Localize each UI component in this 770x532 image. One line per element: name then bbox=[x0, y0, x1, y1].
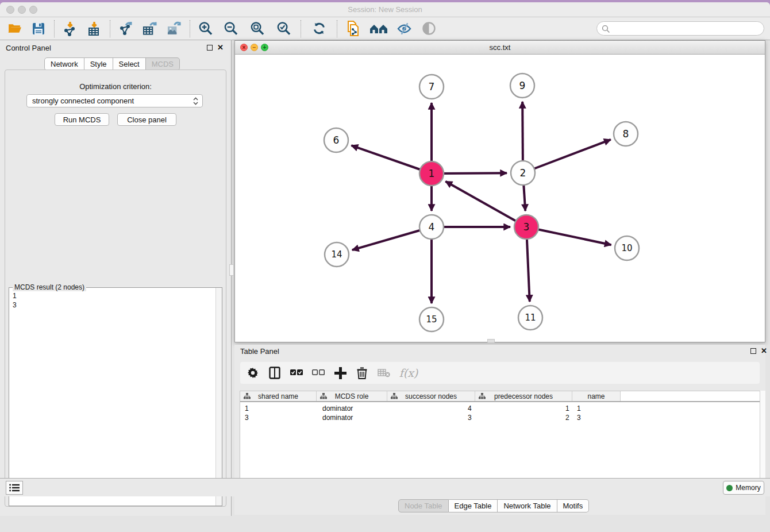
optimization-criterion-value: strongly connected component bbox=[32, 97, 134, 105]
app-title: Session: New Session bbox=[0, 5, 770, 14]
network-window-title-bar[interactable]: × − + scc.txt bbox=[235, 41, 765, 55]
optimization-criterion-select[interactable]: strongly connected component bbox=[26, 94, 203, 107]
graph-node-label-14: 14 bbox=[331, 249, 342, 260]
delete-column-icon[interactable] bbox=[355, 366, 369, 380]
deselect-all-checkboxes-icon[interactable] bbox=[311, 366, 325, 380]
toolbar-separator bbox=[190, 20, 190, 37]
table-scrollbar[interactable] bbox=[760, 391, 765, 492]
graph-node-label-2: 2 bbox=[520, 167, 526, 179]
import-table-icon[interactable] bbox=[87, 21, 102, 36]
graph-node-label-15: 15 bbox=[426, 314, 437, 325]
hide-graphics-details-icon[interactable] bbox=[397, 21, 412, 36]
network-canvas[interactable]: 1234678910111415 bbox=[235, 55, 765, 342]
run-mcds-button[interactable]: Run MCDS bbox=[55, 113, 109, 126]
column-browser-icon[interactable] bbox=[268, 366, 282, 380]
open-session-icon[interactable] bbox=[7, 21, 22, 36]
save-session-icon[interactable] bbox=[31, 21, 46, 36]
search-box bbox=[596, 21, 764, 36]
col-shared-name[interactable]: shared name bbox=[240, 391, 317, 401]
select-all-checkboxes-icon[interactable] bbox=[290, 366, 303, 380]
show-graphics-details-icon[interactable] bbox=[421, 21, 436, 36]
graph-node-label-7: 7 bbox=[429, 81, 435, 92]
table-row[interactable]: 3 dominator 3 2 3 bbox=[240, 413, 765, 422]
graph-node-label-6: 6 bbox=[333, 134, 340, 146]
graph-edge-3-10[interactable] bbox=[526, 227, 611, 245]
zoom-selected-icon[interactable] bbox=[276, 21, 291, 36]
control-panel-tabs: Network Style Select MCDS bbox=[44, 57, 180, 71]
first-neighbors-icon[interactable] bbox=[369, 21, 388, 36]
export-network-icon[interactable] bbox=[118, 21, 133, 36]
zoom-out-icon[interactable] bbox=[224, 21, 238, 36]
graph-node-label-9: 9 bbox=[519, 80, 526, 91]
col-successor-nodes[interactable]: successor nodes bbox=[387, 391, 475, 401]
memory-status-icon bbox=[726, 485, 733, 491]
graph-node-label-8: 8 bbox=[623, 128, 629, 140]
close-panel-icon[interactable]: ✕ bbox=[217, 43, 224, 52]
search-input[interactable] bbox=[612, 23, 760, 34]
tab-node-table[interactable]: Node Table bbox=[398, 499, 449, 512]
settings-icon[interactable] bbox=[246, 366, 260, 380]
duplicate-network-icon[interactable] bbox=[345, 21, 360, 36]
export-table-icon[interactable] bbox=[143, 21, 157, 36]
network-window-title: scc.txt bbox=[235, 43, 765, 52]
result-scrollbar[interactable] bbox=[215, 288, 222, 506]
mcds-result-item[interactable]: 1 bbox=[13, 291, 213, 300]
graph-edge-2-8[interactable] bbox=[523, 140, 611, 173]
main-toolbar bbox=[0, 17, 770, 40]
vertical-splitter-grip[interactable] bbox=[229, 264, 234, 276]
control-panel-title: Control Panel bbox=[6, 44, 51, 52]
toolbar-separator bbox=[301, 20, 301, 37]
mcds-result-list[interactable]: 1 3 bbox=[9, 289, 216, 506]
graph-edge-3-1[interactable] bbox=[445, 182, 526, 227]
zoom-in-icon[interactable] bbox=[198, 21, 213, 36]
mcds-result-item[interactable]: 3 bbox=[13, 300, 213, 310]
tab-motifs[interactable]: Motifs bbox=[557, 499, 590, 512]
graph-node-label-4: 4 bbox=[429, 221, 435, 233]
memory-label: Memory bbox=[736, 484, 760, 492]
refresh-icon[interactable] bbox=[311, 21, 326, 36]
task-history-button[interactable] bbox=[6, 481, 23, 495]
tab-network-table[interactable]: Network Table bbox=[498, 499, 557, 512]
hierarchy-icon bbox=[391, 393, 398, 399]
table-tabs: Node Table Edge Table Network Table Moti… bbox=[398, 499, 589, 512]
table-row[interactable]: 1 dominator 4 1 1 bbox=[240, 404, 765, 413]
add-column-icon[interactable] bbox=[333, 366, 347, 380]
table-toolbar: f(x) bbox=[240, 362, 760, 384]
function-builder-icon: f(x) bbox=[399, 366, 418, 380]
optimization-criterion-label: Optimization criterion: bbox=[5, 82, 226, 91]
network-view-window: × − + scc.txt 1234678910111415 bbox=[234, 40, 765, 342]
import-network-icon[interactable] bbox=[63, 21, 78, 36]
tab-select[interactable]: Select bbox=[113, 57, 146, 71]
application-window: Session: New Session bbox=[0, 2, 770, 532]
export-image-icon[interactable] bbox=[167, 21, 182, 36]
table-header: shared name MCDS role successor nodes pr… bbox=[240, 391, 765, 402]
hierarchy-icon bbox=[479, 393, 486, 399]
delete-table-icon bbox=[377, 366, 391, 380]
node-table: shared name MCDS role successor nodes pr… bbox=[240, 391, 765, 492]
hierarchy-icon bbox=[320, 393, 327, 399]
network-graph[interactable]: 1234678910111415 bbox=[235, 55, 765, 342]
col-mcds-role[interactable]: MCDS role bbox=[317, 391, 387, 401]
tab-style[interactable]: Style bbox=[84, 57, 113, 71]
tab-edge-table[interactable]: Edge Table bbox=[449, 499, 498, 512]
toolbar-separator bbox=[337, 20, 337, 37]
status-bar: Memory bbox=[0, 478, 770, 496]
float-panel-icon[interactable] bbox=[207, 45, 213, 51]
horizontal-splitter-grip[interactable] bbox=[487, 339, 495, 343]
select-spinner-icon bbox=[193, 97, 198, 105]
control-panel: Control Panel ✕ Network Style Select MCD… bbox=[0, 40, 232, 516]
col-predecessor-nodes[interactable]: predecessor nodes bbox=[475, 391, 572, 401]
float-table-panel-icon[interactable] bbox=[750, 348, 756, 354]
list-icon bbox=[9, 484, 20, 492]
close-table-panel-icon[interactable]: ✕ bbox=[761, 346, 767, 355]
close-panel-button[interactable]: Close panel bbox=[117, 113, 176, 126]
memory-button[interactable]: Memory bbox=[723, 481, 764, 495]
mcds-tab-content: Optimization criterion: strongly connect… bbox=[5, 70, 226, 507]
app-title-bar: Session: New Session bbox=[0, 2, 770, 17]
graph-node-label-11: 11 bbox=[525, 313, 536, 323]
toolbar-separator bbox=[110, 20, 110, 37]
col-name[interactable]: name bbox=[572, 391, 621, 401]
zoom-fit-icon[interactable] bbox=[250, 21, 265, 36]
tab-network[interactable]: Network bbox=[44, 57, 84, 71]
tab-mcds[interactable]: MCDS bbox=[146, 57, 180, 71]
